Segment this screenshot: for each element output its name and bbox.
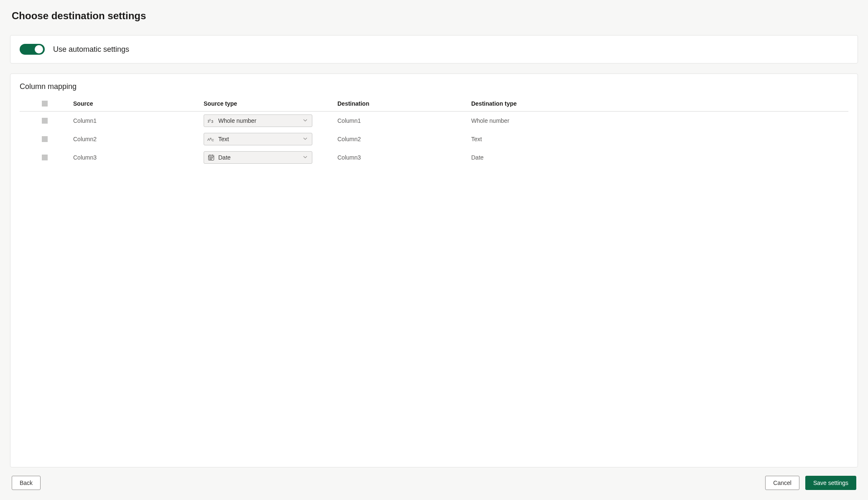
svg-text:3: 3 [211, 119, 213, 124]
source-type-label: Text [218, 136, 299, 142]
header-destination: Destination [337, 100, 471, 107]
chevron-down-icon [303, 136, 308, 142]
date-type-icon [207, 154, 215, 161]
svg-rect-10 [209, 157, 210, 158]
select-all-checkbox[interactable] [42, 101, 48, 107]
automatic-settings-card: Use automatic settings [10, 35, 858, 63]
source-type-select[interactable]: 123 Whole number [204, 114, 312, 127]
source-type-label: Whole number [218, 117, 299, 124]
svg-rect-13 [209, 159, 210, 160]
destination-cell: Column3 [337, 154, 471, 161]
use-automatic-toggle[interactable] [20, 44, 45, 55]
page-title: Choose destination settings [12, 10, 858, 22]
source-cell: Column1 [70, 117, 204, 124]
table-row: Column2 ABC Text Column2 Text [20, 130, 848, 148]
source-cell: Column3 [70, 154, 204, 161]
header-destination-type: Destination type [471, 100, 848, 107]
use-automatic-label: Use automatic settings [53, 45, 129, 54]
header-source: Source [70, 100, 204, 107]
svg-rect-11 [211, 157, 212, 158]
row-checkbox[interactable] [42, 155, 48, 160]
svg-rect-12 [212, 157, 213, 158]
table-row: Column1 123 Whole number Column1 Whole n… [20, 112, 848, 130]
table-row: Column3 [20, 148, 848, 167]
cancel-button[interactable]: Cancel [765, 476, 799, 490]
svg-text:2: 2 [209, 119, 211, 122]
destination-cell: Column2 [337, 136, 471, 142]
number-type-icon: 123 [207, 117, 215, 124]
back-button[interactable]: Back [12, 476, 41, 490]
chevron-down-icon [303, 117, 308, 124]
row-checkbox[interactable] [42, 118, 48, 124]
save-settings-button[interactable]: Save settings [805, 476, 856, 490]
svg-text:C: C [212, 138, 214, 142]
source-type-select[interactable]: Date [204, 151, 312, 164]
source-type-label: Date [218, 154, 299, 161]
column-mapping-card: Column mapping Source Source type Destin… [10, 74, 858, 467]
destination-type-cell: Date [471, 154, 848, 161]
destination-type-cell: Whole number [471, 117, 848, 124]
svg-rect-14 [211, 159, 212, 160]
column-mapping-title: Column mapping [20, 82, 848, 91]
source-type-select[interactable]: ABC Text [204, 133, 312, 145]
text-type-icon: ABC [207, 135, 215, 143]
header-source-type: Source type [204, 100, 337, 107]
destination-type-cell: Text [471, 136, 848, 142]
source-cell: Column2 [70, 136, 204, 142]
table-header-row: Source Source type Destination Destinati… [20, 100, 848, 112]
row-checkbox[interactable] [42, 136, 48, 142]
column-mapping-table: Source Source type Destination Destinati… [20, 100, 848, 167]
destination-cell: Column1 [337, 117, 471, 124]
chevron-down-icon [303, 154, 308, 161]
footer: Back Cancel Save settings [10, 467, 858, 500]
